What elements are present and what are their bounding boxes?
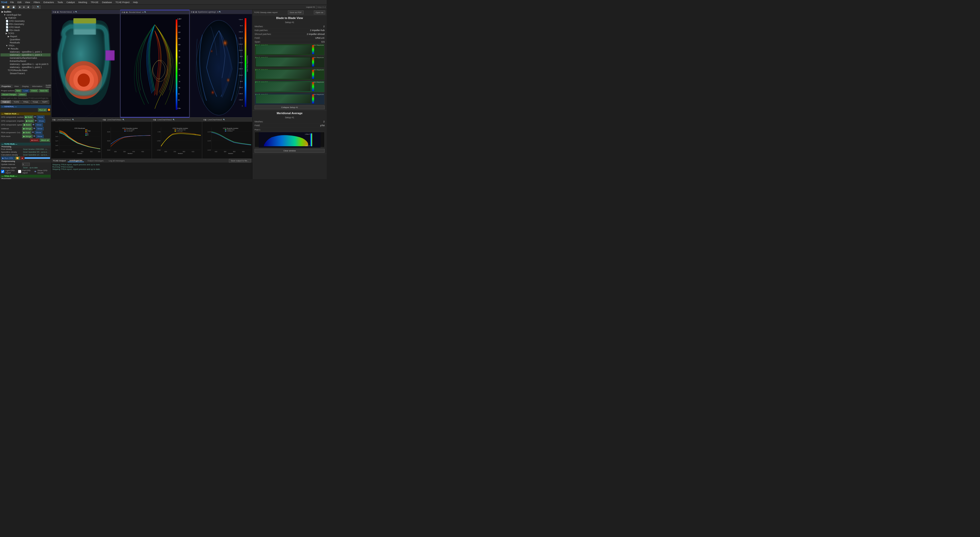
collapse-b2b-btn[interactable]: Collapse Setup #1 (255, 105, 325, 109)
rv3-content[interactable]: 4.2e+6 4e+6 3.8e+6 3.6e+6 3.4e+6 3.2e+6 … (190, 14, 252, 117)
tab-tmesh[interactable]: TMESH (0, 100, 11, 104)
thumb-5[interactable]: Fan 5, span 0.1 Ulim Magnitude (255, 93, 325, 105)
open-btn[interactable]: 📂 (6, 5, 11, 9)
thumb-1[interactable]: Fan 1, span 0.1 Ulim Magnitude (255, 44, 325, 56)
save-btn[interactable]: 💾 (11, 5, 16, 9)
chart3-content[interactable]: 0.7625 0.7637 0.765 CFD Quantity monitor… (152, 122, 202, 159)
thumb-3[interactable]: Fan 3, span 0.1 Ulim Magnitude (255, 68, 325, 80)
show-impeller-btn[interactable]: Show (37, 119, 45, 122)
others-btn[interactable]: Others (18, 93, 27, 96)
menu-filters[interactable]: Filters (33, 1, 41, 3)
menu-tools[interactable]: Tools (57, 1, 64, 3)
fast-fwd-btn[interactable]: ⏩ (15, 157, 20, 160)
eye-volmesh[interactable]: 👁 (33, 127, 35, 130)
merge-fea-btn[interactable]: ▶ Merge (22, 135, 33, 138)
tab-information[interactable]: Information (30, 84, 44, 88)
save-output-btn[interactable]: Save output to file... (229, 159, 251, 163)
run-all-btn[interactable]: Run all (38, 108, 47, 111)
tmesh-run-header[interactable]: — TMESH RUN — (0, 112, 51, 115)
tab-multiblock[interactable]: MultiBlock Inspector (44, 84, 51, 88)
show-fea-mesh-btn[interactable]: Show (36, 135, 44, 138)
rv2-content[interactable]: 1.2e+ 115 110 105 100 95 90 85 80 75 70 … (121, 14, 189, 117)
tree-cfd-mesh[interactable]: 📄 CFD Mesh (0, 25, 51, 29)
eye-fea-mesh[interactable]: 👁 (33, 135, 35, 138)
tree-builtin[interactable]: ▶ builtin: (0, 10, 51, 13)
discard-btn[interactable]: Discard Changes (1, 93, 18, 96)
stop-cfd-btn[interactable]: ■ (21, 157, 24, 160)
clear-window-btn[interactable]: Clear window (255, 149, 325, 153)
tree-tcfd[interactable]: ▶ TCFD (0, 32, 51, 35)
tab-view[interactable]: View (13, 84, 20, 88)
check-btn[interactable]: Check (30, 89, 38, 92)
rv1-content[interactable] (52, 14, 120, 117)
menu-edit[interactable]: Edit (17, 1, 22, 3)
step-btn[interactable]: ◀ (26, 5, 30, 9)
show-spiral-btn[interactable]: Show (35, 123, 43, 127)
tree-stat-point5[interactable]: stationary - speedline 1 - up to point 5 (0, 63, 51, 66)
chart4-content[interactable]: 1.2172 1.2175 1.2178 CFD Quantity monito… (202, 122, 252, 159)
menu-catalyst[interactable]: Catalyst (66, 1, 76, 3)
meridional-thumb[interactable]: 1.42e+5 1.01e+5 (255, 132, 325, 147)
menu-database[interactable]: Database (101, 1, 113, 3)
open-as-btn[interactable]: Open as (314, 11, 325, 14)
tab-topt[interactable]: TOPT (40, 100, 49, 104)
tcfd-run-header[interactable]: — TCFD RUN — (0, 143, 51, 146)
menu-tcae-project[interactable]: TCAE Project (115, 1, 130, 3)
show-fea-comp-btn[interactable]: Show (35, 131, 42, 134)
tfea-run-header[interactable]: — TFEA RUN — (0, 175, 51, 178)
eye-fea-comp[interactable]: 👁 (32, 131, 34, 133)
tree-cfd-geometry[interactable]: 📄 CFD Geometry (0, 19, 51, 22)
tcae-tab-fan[interactable]: centrifugal-fan (68, 159, 84, 162)
tree-stream-tracer[interactable]: StreamTracer1 (0, 72, 51, 75)
menu-help[interactable]: Help (132, 1, 139, 3)
play-btn[interactable]: ▶ (18, 5, 22, 9)
tcae-tab-output[interactable]: Output messages (86, 160, 105, 162)
eye-spiral[interactable]: 👁 (32, 123, 35, 126)
new-btn[interactable]: 📄 (1, 5, 6, 9)
load-btn[interactable]: Load (22, 89, 29, 92)
tree-fea-mesh[interactable]: 📄 FEA Mesh (0, 29, 51, 32)
tree-quantities[interactable]: Quantities (0, 38, 51, 41)
tab-properties[interactable]: Properties (0, 84, 13, 88)
tab-display[interactable]: Display (21, 84, 30, 88)
build-fea-btn[interactable]: ▶ Build (22, 131, 31, 134)
tcae-tab-log[interactable]: Log all messages (107, 160, 126, 162)
zoom-fit-btn[interactable]: 🔍 (36, 5, 41, 9)
build-suction-btn[interactable]: ▶ Build (24, 116, 33, 119)
update-interval-input[interactable] (22, 163, 30, 166)
chart1-content[interactable]: 1e-6 1e-5 1e-4 1e-3 0.01 CFD Residuals 1… (51, 122, 101, 159)
tree-tfea[interactable]: ▼ TFEA (0, 44, 51, 47)
stop-btn[interactable]: ■ (22, 5, 25, 9)
render-view-1[interactable]: ⊞ ◧ ▦ RenderView1 ⊕ 🔍 (51, 10, 120, 118)
light-cfd-checkbox[interactable] (1, 170, 4, 173)
tree-centrifugal-fan[interactable]: ▼ centrifugal-fan (0, 13, 51, 16)
menu-file[interactable]: File (10, 1, 15, 3)
run-cfd-btn[interactable]: ▶ Run CFD (1, 157, 14, 160)
thumb-4[interactable]: Fan 4, span 0.1 Ulim Magnitude (255, 81, 325, 92)
eye-suction[interactable]: 👁 (34, 116, 36, 118)
save-as-btn[interactable]: Save As (39, 89, 49, 92)
menu-trase[interactable]: TRASE (90, 1, 99, 3)
full-cfd-checkbox[interactable] (18, 170, 21, 173)
build-spiral-btn[interactable]: ▶ Build (22, 123, 32, 127)
menu-view[interactable]: View (24, 1, 31, 3)
tree-results[interactable]: ▼ Results (0, 47, 51, 50)
tree-tmesh[interactable]: ▶ TMESH (0, 16, 51, 19)
tree-stat1b[interactable]: stationary - speedline 1, point 1 (0, 66, 51, 69)
eye-impeller[interactable]: 👁 (35, 119, 37, 122)
mesh-all-btn[interactable]: Mesh all (40, 138, 50, 142)
new-action-btn[interactable]: New (15, 89, 22, 92)
show-volmesh-btn[interactable]: Show (36, 127, 44, 130)
tab-tcaa[interactable]: TCAA (31, 100, 40, 104)
show-suction-btn[interactable]: Show (37, 116, 45, 119)
tree-stat3[interactable]: stationary - speedline 1, point 3 (0, 53, 51, 56)
tree-stat1[interactable]: stationary - speedline 1, point 1 (0, 50, 51, 53)
tree-report[interactable]: ▶ Report (0, 35, 51, 38)
menu-meshing[interactable]: Meshing (78, 1, 88, 3)
tree-generate-surf[interactable]: GenerateSurfaceNormals1 (0, 56, 51, 60)
tree-residuals[interactable]: Residuals (0, 41, 51, 44)
tree-tcfd-results[interactable]: TCFDResults.foam (0, 69, 51, 72)
render-view-2[interactable]: ⊞ ◧ ▦ RenderView2 ⊕ 🔍 (120, 10, 189, 118)
eye-cfd-results[interactable]: 👁 (34, 170, 37, 173)
render-view-3[interactable]: ⊞ ◧ ▦ EyeDome Lighting1 ⊕ 🔍 (189, 10, 252, 118)
